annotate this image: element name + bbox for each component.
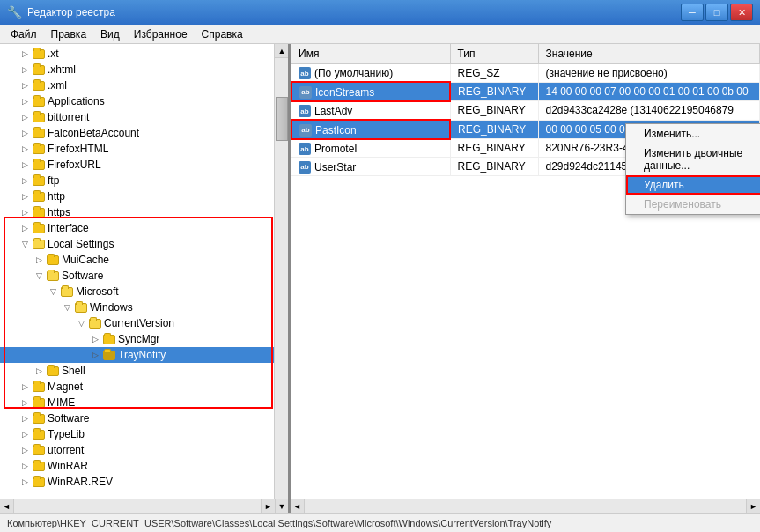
- right-scroll-left[interactable]: ◄: [291, 499, 305, 514]
- tree-item-winrar-rev[interactable]: ▷ WinRAR.REV: [0, 474, 274, 490]
- tree-item-xml[interactable]: ▷ .xml: [0, 78, 274, 93]
- tree-item-xt[interactable]: ▷ .xt: [0, 46, 274, 62]
- menu-view[interactable]: Вид: [93, 26, 127, 42]
- reg-icon-userstar: ab: [299, 161, 311, 174]
- reg-name-promoted: ab PromoteI: [291, 139, 450, 158]
- tree-item-microsoft[interactable]: ▽ Microsoft: [0, 284, 274, 299]
- restore-button[interactable]: □: [705, 4, 728, 21]
- tree-item-ftp[interactable]: ▷ ftp: [0, 173, 274, 188]
- folder-icon-muicache: [46, 254, 60, 266]
- tree-panel: ▷ .xt ▷ .xhtml ▷ .xml ▷ Appli: [0, 44, 291, 513]
- folder-icon-applications: [32, 95, 46, 107]
- reg-type-pasticon: REG_BINARY: [450, 120, 538, 139]
- tree-item-https[interactable]: ▷ https: [0, 204, 274, 220]
- expander-windows: ▽: [60, 300, 74, 314]
- scroll-up-button[interactable]: ▲: [275, 44, 288, 58]
- expander-microsoft: ▽: [46, 284, 60, 299]
- expander-winrar: ▷: [18, 459, 32, 473]
- tree-item-firefoxhtml[interactable]: ▷ FirefoxHTML: [0, 141, 274, 157]
- expander-mime: ▷: [18, 395, 32, 410]
- tree-item-bittorrent[interactable]: ▷ bittorrent: [0, 109, 274, 125]
- folder-icon-firefoxhtml: [32, 143, 46, 155]
- tree-item-typelib[interactable]: ▷ TypeLib: [0, 426, 274, 442]
- title-bar-left: 🔧 Редактор реестра: [7, 5, 115, 19]
- tree-item-http[interactable]: ▷ http: [0, 188, 274, 204]
- title-bar: 🔧 Редактор реестра ─ □ ✕: [0, 0, 760, 25]
- window-title: Редактор реестра: [27, 6, 115, 18]
- folder-icon-windows: [74, 301, 88, 314]
- tree-hscrollbar[interactable]: ◄ ►: [0, 499, 276, 513]
- tree-item-shell[interactable]: ▷ Shell: [0, 363, 274, 379]
- reg-row-default[interactable]: ab (По умолчанию) REG_SZ (значение не пр…: [291, 63, 760, 82]
- expander-ftp: ▷: [18, 174, 32, 188]
- tree-item-software[interactable]: ▷ Software: [0, 410, 274, 426]
- reg-type-userstar: REG_BINARY: [450, 158, 538, 176]
- expander-traynotify: ▷: [88, 348, 102, 362]
- col-type: Тип: [450, 44, 538, 63]
- folder-icon-https: [32, 206, 46, 218]
- folder-icon-firefoxurl: [32, 159, 46, 171]
- menu-edit[interactable]: Правка: [44, 26, 94, 42]
- scroll-thumb[interactable]: [276, 97, 288, 141]
- tree-item-muicache[interactable]: ▷ MuiCache: [0, 252, 274, 268]
- reg-name-userstar: ab UserStar: [291, 158, 450, 176]
- folder-icon-http: [32, 190, 46, 203]
- title-bar-buttons: ─ □ ✕: [681, 4, 753, 21]
- folder-icon-winrar: [32, 460, 46, 472]
- folder-icon-traynotify: [102, 349, 116, 361]
- tree-item-local-settings[interactable]: ▽ Local Settings: [0, 236, 274, 252]
- menu-file[interactable]: Файл: [4, 26, 44, 42]
- tree-item-magnet[interactable]: ▷ Magnet: [0, 379, 274, 395]
- expander-interface: ▷: [18, 221, 32, 235]
- tree-item-applications[interactable]: ▷ Applications: [0, 93, 274, 109]
- tree-content: ▷ .xt ▷ .xhtml ▷ .xml ▷ Appli: [0, 44, 288, 491]
- reg-row-iconstreams[interactable]: ab IconStreams REG_BINARY 14 00 00 00 07…: [291, 82, 760, 101]
- main-pane: ▷ .xt ▷ .xhtml ▷ .xml ▷ Appli: [0, 44, 760, 513]
- reg-value-default: (значение не присвоено): [538, 63, 760, 82]
- tree-item-traynotify[interactable]: ▷ TrayNotify: [0, 347, 274, 363]
- reg-row-lastadv[interactable]: ab LastAdv REG_BINARY d2d9433ca2428e (13…: [291, 101, 760, 121]
- folder-icon-xt: [32, 48, 46, 60]
- close-button[interactable]: ✕: [730, 4, 753, 21]
- expander-https: ▷: [18, 205, 32, 219]
- right-scroll-right[interactable]: ►: [746, 499, 760, 514]
- scroll-right-button[interactable]: ►: [261, 499, 275, 514]
- expander-xhtml: ▷: [18, 63, 32, 77]
- menu-favorites[interactable]: Избранное: [127, 26, 195, 42]
- scroll-down-button[interactable]: ▼: [275, 499, 288, 513]
- folder-icon-xhtml: [32, 63, 46, 76]
- ctx-change-binary[interactable]: Изменить двоичные данные...: [626, 144, 760, 175]
- tree-item-software-ls[interactable]: ▽ Software: [0, 268, 274, 284]
- tree-item-syncmgr[interactable]: ▷ SyncMgr: [0, 331, 274, 347]
- tree-vscrollbar[interactable]: ▲ ▼: [274, 44, 288, 513]
- minimize-button[interactable]: ─: [681, 4, 704, 21]
- tree-item-xhtml[interactable]: ▷ .xhtml: [0, 62, 274, 78]
- folder-icon-interface: [32, 222, 46, 234]
- folder-icon-mime: [32, 396, 46, 409]
- folder-icon-typelib: [32, 428, 46, 440]
- scroll-left-button[interactable]: ◄: [0, 499, 14, 514]
- tree-item-utorrent[interactable]: ▷ utorrent: [0, 442, 274, 458]
- ctx-change[interactable]: Изменить...: [626, 124, 760, 144]
- right-panel: Имя Тип Значение ab (По умолчанию) REG_S…: [291, 44, 760, 513]
- tree-item-winrar[interactable]: ▷ WinRAR: [0, 458, 274, 474]
- reg-name-pasticon: ab PastIcon: [291, 120, 450, 139]
- tree-item-interface[interactable]: ▷ Interface: [0, 220, 274, 236]
- context-menu: Изменить... Изменить двоичные данные... …: [625, 123, 760, 215]
- tree-item-windows[interactable]: ▽ Windows: [0, 299, 274, 315]
- status-text: Компьютер\HKEY_CURRENT_USER\Software\Cla…: [7, 518, 551, 528]
- ctx-rename: Переименовать: [626, 195, 760, 214]
- expander-software: ▷: [18, 411, 32, 425]
- tree-item-mime[interactable]: ▷ MIME: [0, 395, 274, 410]
- menu-help[interactable]: Справка: [195, 26, 250, 42]
- folder-icon-xml: [32, 79, 46, 92]
- ctx-delete[interactable]: Удалить: [626, 175, 760, 195]
- tree-item-currentversion[interactable]: ▽ CurrentVersion: [0, 315, 274, 331]
- menu-bar: Файл Правка Вид Избранное Справка: [0, 25, 760, 44]
- folder-icon-software: [32, 412, 46, 425]
- tree-item-firefoxurl[interactable]: ▷ FirefoxURL: [0, 157, 274, 173]
- tree-item-falconbeta[interactable]: ▷ FalconBetaAccount: [0, 125, 274, 141]
- folder-icon-falconbeta: [32, 127, 46, 139]
- right-hscrollbar[interactable]: ◄ ►: [291, 499, 760, 513]
- reg-icon-pasticon: ab: [299, 124, 312, 137]
